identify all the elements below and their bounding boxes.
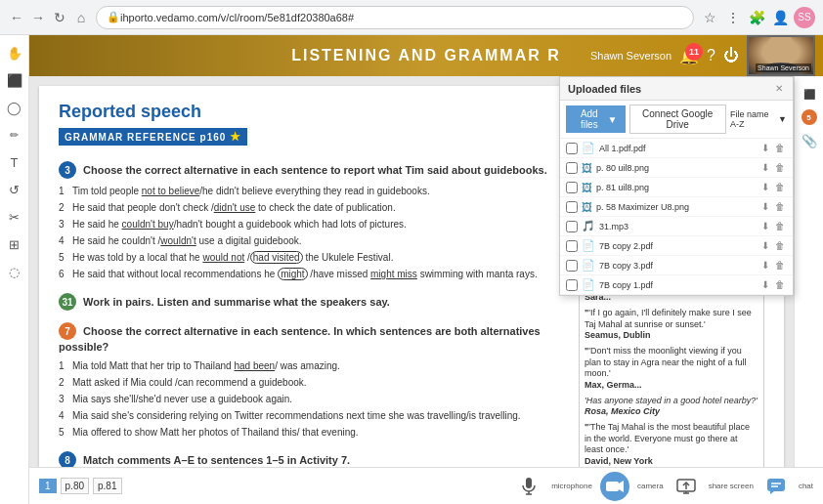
bottom-toolbar: 1 p.80 p.81 microphone camer: [29, 467, 823, 504]
add-files-button[interactable]: Add files ▼: [566, 105, 626, 133]
share-screen-tool[interactable]: [671, 472, 701, 501]
back-button[interactable]: ←: [8, 9, 25, 26]
file-name: p. 81 uil8.png: [596, 183, 756, 192]
exercise-7-item-3: 3 Mia says she'll/she'd never use a guid…: [59, 393, 567, 406]
file-checkbox[interactable]: [566, 279, 578, 291]
svg-rect-3: [606, 482, 619, 491]
pdf-icon: 📄: [582, 239, 595, 252]
exercise-3-item-2: 2 He said that people don't check /didn'…: [59, 201, 567, 215]
camera-tool[interactable]: [600, 472, 629, 501]
file-name: All 1.pdf.pdf: [599, 144, 756, 153]
page-navigation: 1 p.80 p.81: [39, 478, 122, 494]
file-delete-button[interactable]: 🗑: [773, 239, 787, 252]
exercise-match: 8 Match comments A–E to sentences 1–5 in…: [59, 451, 567, 467]
pdf-icon: 📄: [582, 259, 595, 272]
file-delete-button[interactable]: 🗑: [773, 200, 787, 213]
file-delete-button[interactable]: 🗑: [773, 220, 787, 232]
sort-arrow-icon: ▼: [778, 114, 787, 124]
file-delete-button[interactable]: 🗑: [773, 161, 787, 174]
file-item: 🖼 p. 81 uil8.png ⬇🗑: [560, 178, 793, 197]
refresh-button[interactable]: ↻: [51, 9, 68, 26]
right-sidebar: ⬛ 5 📎: [794, 76, 823, 467]
file-download-button[interactable]: ⬇: [759, 220, 771, 232]
file-name: p. 80 uil8.png: [596, 163, 756, 173]
file-delete-button[interactable]: 🗑: [773, 181, 787, 193]
file-download-button[interactable]: ⬇: [759, 259, 771, 272]
file-checkbox[interactable]: [566, 260, 578, 272]
header-bar: VEDAMO LISTENING AND GRAMMAR R Shawn Sev…: [29, 35, 823, 76]
chat-tool[interactable]: [761, 472, 791, 501]
circle-icon[interactable]: ◯: [3, 96, 26, 119]
browser-nav: ← → ↻ ⌂: [8, 9, 90, 26]
file-download-button[interactable]: ⬇: [759, 200, 771, 213]
power-icon[interactable]: ⏻: [723, 47, 739, 64]
file-delete-button[interactable]: 🗑: [773, 278, 787, 291]
bookmark-icon[interactable]: ☆: [700, 8, 719, 27]
exercise-31-instruction: 31 Work in pairs. Listen and summarise w…: [59, 293, 567, 311]
exercise-3-item-6: 6 He said that without local recommendat…: [59, 268, 567, 281]
file-download-button[interactable]: ⬇: [759, 278, 771, 291]
file-download-button[interactable]: ⬇: [759, 239, 771, 252]
page-p80[interactable]: p.80: [61, 478, 89, 494]
account-icon[interactable]: 👤: [770, 8, 790, 27]
microphone-label: microphone: [551, 482, 592, 490]
file-checkbox[interactable]: [566, 143, 578, 154]
file-item: 📄 7B copy 1.pdf ⬇🗑: [560, 275, 793, 295]
user-avatar: SS: [794, 7, 815, 28]
undo-icon[interactable]: ↺: [3, 178, 26, 201]
settings-icon[interactable]: ⋮: [723, 8, 743, 27]
file-checkbox[interactable]: [566, 182, 578, 193]
file-delete-button[interactable]: 🗑: [773, 142, 787, 154]
panel-title: Uploaded files: [568, 83, 641, 95]
pdf-icon: 📄: [582, 142, 595, 154]
extensions-icon[interactable]: 🧩: [747, 8, 766, 27]
file-download-button[interactable]: ⬇: [759, 181, 771, 193]
file-download-button[interactable]: ⬇: [759, 161, 771, 174]
svg-rect-0: [526, 478, 532, 488]
grammar-ref-text: GRAMMAR REFERENCE p160: [65, 132, 226, 143]
panel-close-button[interactable]: ✕: [773, 82, 785, 95]
file-item: 🖼 p. 58 Maximizer U8.png ⬇🗑: [560, 197, 793, 217]
page-p81[interactable]: p.81: [93, 478, 121, 494]
exercise-3-item-3: 3 He said he couldn't buy/hadn't bought …: [59, 218, 567, 231]
help-icon[interactable]: ?: [707, 47, 715, 64]
cursor-icon[interactable]: ✋: [3, 41, 26, 64]
file-sort-control[interactable]: File name A-Z ▼: [730, 109, 787, 129]
address-bar[interactable]: 🔒 ihporto.vedamo.com/v/cl/room/5e81df203…: [96, 6, 694, 29]
file-delete-button[interactable]: 🗑: [773, 259, 787, 272]
notification-badge: 11: [685, 43, 703, 61]
exercise-31-num: 31: [59, 293, 76, 311]
microphone-tool[interactable]: [514, 472, 543, 501]
cut-icon[interactable]: ✂: [3, 205, 26, 229]
file-checkbox[interactable]: [566, 221, 578, 232]
forward-button[interactable]: →: [29, 9, 47, 26]
exercise-3-num: 3: [59, 161, 76, 179]
exercise-match-instruction: 8 Match comments A–E to sentences 1–5 in…: [59, 451, 567, 467]
pdf-icon: 📄: [582, 278, 595, 291]
app-container: ✋ ⬛ ◯ ✏ T ↺ ✂ ⊞ ◌ VEDAMO LISTENING AND G…: [0, 35, 823, 504]
exercise-7-instruction: 7 Choose the correct alternative in each…: [59, 322, 567, 354]
page-prev-button[interactable]: 1: [39, 479, 57, 493]
file-download-button[interactable]: ⬇: [759, 142, 771, 154]
section-title: Reported speech: [59, 102, 567, 122]
grid-icon[interactable]: ⊞: [3, 232, 26, 256]
sidebar-tool-2[interactable]: 📎: [798, 129, 821, 152]
pen-icon[interactable]: ✏: [3, 123, 26, 147]
sidebar-tool-1[interactable]: ⬛: [798, 82, 821, 105]
rectangle-icon[interactable]: ⬛: [3, 68, 26, 92]
svg-marker-4: [619, 481, 624, 492]
exercise-7-num: 7: [59, 322, 76, 340]
file-checkbox[interactable]: [566, 201, 578, 213]
file-checkbox[interactable]: [566, 240, 578, 252]
browser-chrome: ← → ↻ ⌂ 🔒 ihporto.vedamo.com/v/cl/room/5…: [0, 0, 823, 35]
more-icon[interactable]: ◌: [3, 260, 26, 283]
text-icon[interactable]: T: [3, 150, 26, 174]
exercise-3-item-4: 4 He said he couldn't /wouldn't use a di…: [59, 234, 567, 248]
connect-drive-button[interactable]: Connect Google Drive: [629, 105, 726, 134]
chat-label: chat: [799, 482, 813, 490]
share-screen-label: share screen: [709, 482, 754, 490]
webcam-preview: Shawn Severson: [747, 35, 815, 76]
home-button[interactable]: ⌂: [72, 9, 90, 26]
file-checkbox[interactable]: [566, 162, 578, 174]
panel-header: Uploaded files ✕: [560, 77, 793, 101]
